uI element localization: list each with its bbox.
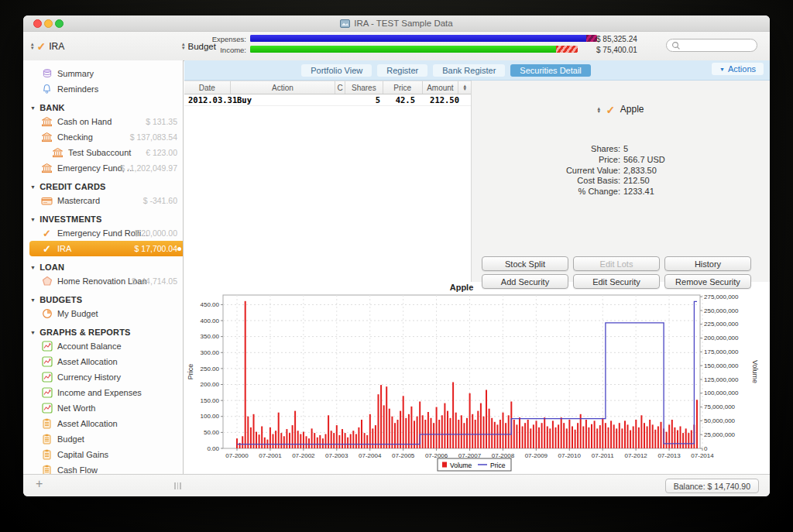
home-icon — [40, 276, 53, 287]
sidebar-item-asset-allocation[interactable]: Asset Allocation — [23, 354, 183, 369]
item-label: IRA — [57, 244, 71, 253]
tab-bank-register[interactable]: Bank Register — [433, 64, 505, 77]
svg-text:07-2003: 07-2003 — [325, 452, 348, 459]
sidebar-section-credit-cards[interactable]: ▼CREDIT CARDS — [23, 180, 183, 193]
column-header-shares[interactable]: Shares — [345, 81, 383, 94]
svg-text:07-2004: 07-2004 — [359, 452, 382, 459]
bank-icon — [40, 163, 53, 173]
sidebar-item-checking[interactable]: Checking$ 137,083.54 — [23, 129, 183, 145]
report-icon — [40, 449, 53, 460]
sidebar-section-investments[interactable]: ▼INVESTMENTS — [23, 213, 183, 225]
pie-icon — [40, 308, 53, 319]
security-selector[interactable]: ▴▾ ✓ Apple — [472, 104, 770, 116]
column-header-action[interactable]: Action — [231, 81, 336, 94]
income-bar-over-fill — [556, 46, 578, 53]
svg-text:07-2010: 07-2010 — [558, 452, 582, 459]
detail-value: 566.7 USD — [623, 155, 665, 166]
account-selector-label: IRA — [49, 41, 64, 52]
sidebar-item-currency-history[interactable]: Currency History — [23, 369, 183, 385]
svg-text:125,000,000: 125,000,000 — [704, 376, 739, 383]
sidebar-item-cash-on-hand[interactable]: Cash on Hand$ 131.35 — [23, 114, 183, 129]
sidebar-item-reminders[interactable]: Reminders — [23, 81, 183, 97]
sidebar-item-my-budget[interactable]: My Budget — [23, 306, 183, 321]
sidebar-item-emergency-fund-rolli[interactable]: ✓Emergency Fund Rolli...$ 20,000.00 — [23, 225, 183, 241]
sidebar-section-budgets[interactable]: ▼BUDGETS — [23, 293, 183, 306]
add-account-button[interactable]: + — [36, 477, 43, 491]
item-balance: $ 131.35 — [146, 117, 177, 126]
sidebar-item-budget[interactable]: Budget — [23, 431, 183, 447]
sidebar-item-ira[interactable]: ✓IRA$ 17,700.04 — [29, 241, 183, 256]
sidebar-item-account-balance[interactable]: Account Balance — [23, 338, 183, 354]
column-header-amount[interactable]: Amount — [423, 81, 459, 94]
tab-securities-detail[interactable]: Securities Detail — [510, 64, 590, 77]
splitter-grip-icon[interactable] — [174, 482, 181, 489]
sidebar-item-home-renovation-loan[interactable]: Home Renovation Loan$ -44,714.05 — [23, 273, 183, 289]
sidebar-item-capital-gains[interactable]: Capital Gains — [23, 447, 183, 462]
svg-text:225,000,000: 225,000,000 — [704, 321, 739, 328]
section-label: BANK — [39, 103, 65, 112]
balance-badge: Balance: $ 14,740.90 — [665, 479, 759, 493]
svg-text:450.00: 450.00 — [201, 301, 220, 308]
item-label: Capital Gains — [57, 450, 108, 459]
tab-portfolio-view[interactable]: Portfolio View — [301, 64, 372, 77]
column-header-c[interactable]: C — [335, 81, 345, 94]
expenses-bar-fill — [250, 35, 586, 42]
check-icon: ✓ — [40, 243, 53, 255]
sidebar-item-mastercard[interactable]: Mastercard$ -341.60 — [23, 193, 183, 208]
chart-icon — [40, 356, 53, 367]
stepper-icon[interactable]: ▴▾ — [31, 43, 34, 50]
sidebar-item-cash-flow[interactable]: Cash Flow — [23, 462, 183, 474]
price-volume-chart: Apple0.0050.00100.00150.00200.00250.0030… — [187, 281, 770, 474]
detail-label: Price: — [504, 155, 620, 166]
expenses-progress-bar — [250, 35, 597, 42]
price-axis-label: Price — [187, 364, 194, 380]
sidebar-item-net-worth[interactable]: Net Worth — [23, 400, 183, 416]
column-header-date[interactable]: Date — [184, 81, 231, 94]
card-icon — [40, 196, 53, 206]
register-row[interactable]: 2012.03.31Buy542.5212.50 — [184, 94, 471, 106]
detail-value: 5 — [623, 144, 628, 155]
disclosure-triangle-icon: ▼ — [30, 330, 36, 335]
stock-split-button[interactable]: Stock Split — [482, 256, 568, 271]
security-details: Shares:5Price:566.7 USDCurrent Value:2,8… — [504, 144, 665, 197]
sidebar-item-asset-allocation[interactable]: Asset Allocation — [23, 416, 183, 431]
stepper-icon[interactable]: ▴▾ — [182, 43, 185, 50]
bank-icon — [51, 147, 64, 158]
stepper-icon[interactable]: ▴▾ — [598, 107, 601, 114]
window-title: IRA - TEST Sample Data — [23, 15, 770, 31]
view-tabs: Portfolio ViewRegisterBank RegisterSecur… — [301, 64, 591, 77]
actions-button[interactable]: ▼Actions — [712, 63, 764, 75]
search-input[interactable] — [681, 40, 754, 50]
main-content: Portfolio ViewRegisterBank RegisterSecur… — [184, 60, 770, 474]
sort-stepper-icon[interactable]: ▴▾ — [458, 81, 471, 94]
sidebar-section-loan[interactable]: ▼LOAN — [23, 261, 183, 273]
sidebar-section-bank[interactable]: ▼BANK — [23, 101, 183, 114]
svg-text:07-2013: 07-2013 — [657, 452, 681, 459]
svg-text:400.00: 400.00 — [201, 317, 220, 324]
sidebar-item-summary[interactable]: Summary — [23, 66, 183, 81]
volume-axis-label: Volume — [751, 360, 759, 383]
svg-text:07-2005: 07-2005 — [392, 452, 415, 459]
sidebar-item-test-subaccount[interactable]: Test Subaccount€ 123.00 — [23, 145, 183, 160]
item-label: Summary — [57, 69, 94, 78]
bottom-bar: + Balance: $ 14,740.90 — [23, 474, 770, 496]
svg-text:07-2009: 07-2009 — [525, 452, 548, 459]
sidebar-item-income-and-expenses[interactable]: Income and Expenses — [23, 385, 183, 400]
selected-indicator-dot — [177, 247, 181, 251]
sidebar-section-graphs-reports[interactable]: ▼GRAPHS & REPORTS — [23, 326, 183, 338]
tab-register[interactable]: Register — [377, 64, 427, 77]
income-bar-fill — [250, 46, 556, 53]
history-button[interactable]: History — [664, 256, 751, 271]
disclosure-triangle-icon: ▼ — [30, 297, 36, 303]
svg-text:Volume: Volume — [450, 462, 472, 469]
account-selector[interactable]: ▴▾ ✓ IRA — [31, 32, 64, 60]
cell-price: 42.5 — [388, 95, 428, 105]
title-bar[interactable]: IRA - TEST Sample Data — [23, 15, 770, 32]
section-label: INVESTMENTS — [39, 215, 101, 224]
search-field[interactable] — [666, 39, 757, 52]
chart-icon — [40, 372, 53, 383]
column-header-price[interactable]: Price — [383, 81, 423, 94]
sidebar-item-emergency-fund[interactable]: Emergency Fund, ...$ -1,202,049.97 — [23, 160, 183, 176]
cell-action: Buy — [232, 95, 339, 105]
check-icon: ✓ — [606, 104, 615, 116]
